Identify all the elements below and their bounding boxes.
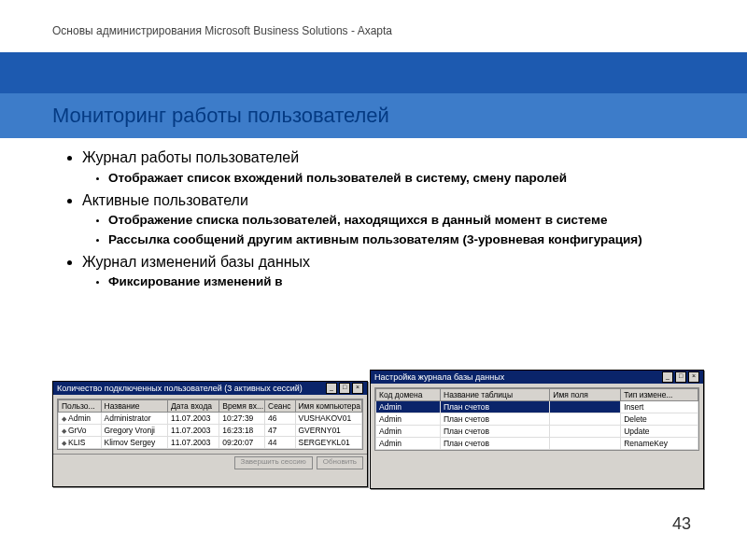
bullet-3-text: Журнал изменений базы данных xyxy=(82,254,310,270)
table-row[interactable]: Admin План счетов Insert xyxy=(376,401,698,413)
cell-time: 09:20:07 xyxy=(219,437,265,449)
cell-table: План счетов xyxy=(441,426,550,438)
col-host[interactable]: Имя компьютера xyxy=(295,400,362,413)
slide-title: Мониторинг работы пользователей xyxy=(52,104,389,128)
window-controls: _ □ × xyxy=(662,371,699,383)
col-name[interactable]: Название xyxy=(101,400,168,413)
active-users-grid[interactable]: Пользо... Название Дата входа Время вх..… xyxy=(57,399,363,450)
table-row[interactable]: Admin План счетов Update xyxy=(376,426,698,438)
cell-sess: 46 xyxy=(265,413,296,425)
col-session[interactable]: Сеанс xyxy=(265,400,296,413)
content-area: Журнал работы пользователей Отображает с… xyxy=(65,147,710,295)
header-bar xyxy=(0,52,747,93)
cell-time: 16:23:18 xyxy=(219,425,265,437)
close-icon[interactable]: × xyxy=(352,383,363,394)
bullet-2-text: Активные пользователи xyxy=(82,192,248,208)
table-header-row: Код домена Название таблицы Имя поля Тип… xyxy=(376,389,698,401)
col-date[interactable]: Дата входа xyxy=(168,400,219,413)
table-row[interactable]: Admin Administrator 11.07.2003 10:27:39 … xyxy=(59,413,362,425)
cell-field xyxy=(550,401,621,413)
bullet-1: Журнал работы пользователей Отображает с… xyxy=(82,147,710,187)
col-user[interactable]: Пользо... xyxy=(59,400,102,413)
cell-sess: 44 xyxy=(265,437,296,449)
cell-domain: Admin xyxy=(376,438,441,450)
cell-domain: Admin xyxy=(376,413,441,426)
page-number: 43 xyxy=(672,514,691,534)
cell-domain: Admin xyxy=(376,426,441,438)
cell-name: Gregory Vronji xyxy=(101,425,168,437)
cell-host: SERGEYKL01 xyxy=(295,437,362,449)
cell-user: KLIS xyxy=(59,437,102,449)
col-field[interactable]: Имя поля xyxy=(550,389,621,401)
refresh-button[interactable]: Обновить xyxy=(317,456,363,469)
maximize-icon[interactable]: □ xyxy=(339,383,350,394)
cell-date: 11.07.2003 xyxy=(168,425,219,437)
slide-header: Основы администрирования Microsoft Busin… xyxy=(52,24,392,37)
cell-time: 10:27:39 xyxy=(219,413,265,425)
db-log-grid[interactable]: Код домена Название таблицы Имя поля Тип… xyxy=(374,387,699,451)
cell-date: 11.07.2003 xyxy=(168,413,219,425)
cell-sess: 47 xyxy=(265,425,296,437)
active-users-window: Количество подключенных пользователей (3… xyxy=(52,381,368,487)
cell-type: RenameKey xyxy=(621,438,698,450)
cell-table: План счетов xyxy=(441,413,550,426)
table-row[interactable]: Admin План счетов Delete xyxy=(376,413,698,426)
cell-domain: Admin xyxy=(376,401,441,413)
col-type[interactable]: Тип измене... xyxy=(621,389,698,401)
cell-type: Insert xyxy=(621,401,698,413)
minimize-icon[interactable]: _ xyxy=(326,383,337,394)
cell-table: План счетов xyxy=(441,438,550,450)
cell-host: VUSHAKOV01 xyxy=(295,413,362,425)
bullet-2b: Рассылка сообщений другим активным польз… xyxy=(108,231,710,248)
cell-field xyxy=(550,413,621,426)
cell-host: GVERNY01 xyxy=(295,425,362,437)
active-users-title: Количество подключенных пользователей (3… xyxy=(57,382,303,395)
bullet-1a: Отображает список вхождений пользователе… xyxy=(108,170,710,187)
close-icon[interactable]: × xyxy=(688,371,699,383)
cell-user: GrVo xyxy=(59,425,102,437)
cell-type: Delete xyxy=(621,413,698,426)
cell-name: Klimov Sergey xyxy=(101,437,168,449)
cell-name: Administrator xyxy=(101,413,168,425)
table-row[interactable]: Admin План счетов RenameKey xyxy=(376,438,698,450)
col-table[interactable]: Название таблицы xyxy=(441,389,550,401)
bullet-3: Журнал изменений базы данных Фиксировани… xyxy=(82,252,710,291)
bullet-1-text: Журнал работы пользователей xyxy=(82,149,299,165)
title-band: Мониторинг работы пользователей xyxy=(0,93,747,138)
db-log-titlebar[interactable]: Настройка журнала базы данных _ □ × xyxy=(371,371,703,384)
cell-type: Update xyxy=(621,426,698,438)
active-users-titlebar[interactable]: Количество подключенных пользователей (3… xyxy=(53,382,367,395)
cell-user: Admin xyxy=(59,413,102,425)
maximize-icon[interactable]: □ xyxy=(675,371,686,383)
bullet-3a: Фиксирование изменений в xyxy=(108,273,710,290)
cell-table: План счетов xyxy=(441,401,550,413)
col-domain[interactable]: Код домена xyxy=(376,389,441,401)
bullet-2: Активные пользователи Отображение списка… xyxy=(82,190,710,248)
window-controls: _ □ × xyxy=(326,383,363,394)
table-row[interactable]: KLIS Klimov Sergey 11.07.2003 09:20:07 4… xyxy=(59,437,362,449)
table-row[interactable]: GrVo Gregory Vronji 11.07.2003 16:23:18 … xyxy=(59,425,362,437)
cell-date: 11.07.2003 xyxy=(168,437,219,449)
cell-field xyxy=(550,438,621,450)
db-log-title: Настройка журнала базы данных xyxy=(374,371,504,384)
cell-field xyxy=(550,426,621,438)
active-users-footer: Завершить сессию Обновить xyxy=(53,454,367,471)
minimize-icon[interactable]: _ xyxy=(662,371,673,383)
col-time[interactable]: Время вх... xyxy=(219,400,265,413)
end-session-button[interactable]: Завершить сессию xyxy=(234,456,313,469)
db-log-window: Настройка журнала базы данных _ □ × Код … xyxy=(370,370,704,489)
table-header-row: Пользо... Название Дата входа Время вх..… xyxy=(59,400,362,413)
bullet-2a: Отображение списка пользователей, находя… xyxy=(108,212,710,229)
